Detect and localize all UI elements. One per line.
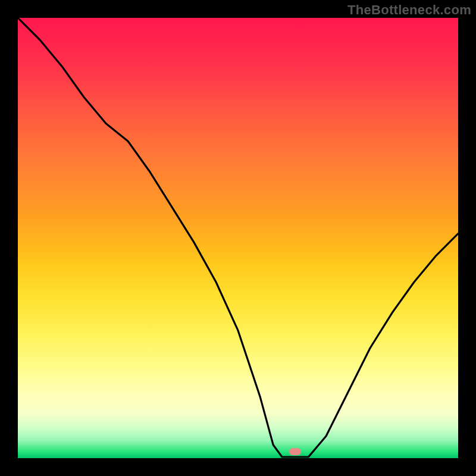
chart-frame: TheBottleneck.com [0,0,476,476]
watermark-text: TheBottleneck.com [347,2,471,18]
selected-point-marker [289,448,301,455]
gradient-plot-area [18,18,458,458]
